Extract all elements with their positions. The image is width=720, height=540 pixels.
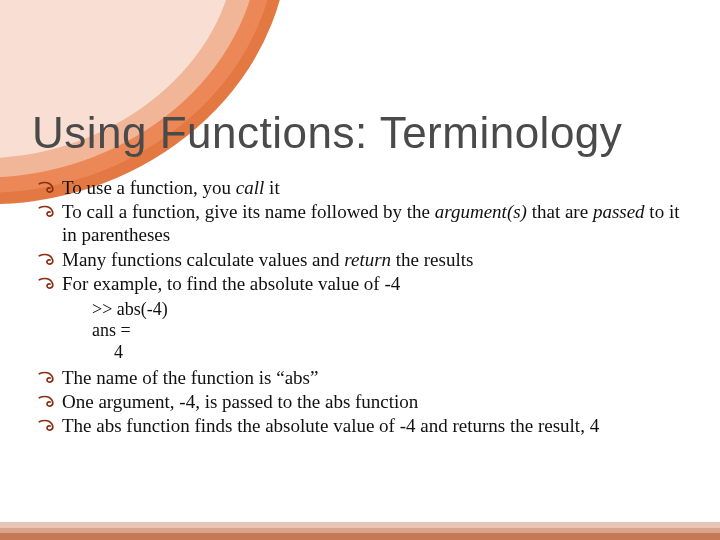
curl-bullet-icon [36, 275, 56, 293]
curl-bullet-icon [36, 203, 56, 221]
slide: Using Functions: Terminology To use a fu… [0, 0, 720, 540]
bullet-text: One argument, -4, is passed to the abs f… [62, 391, 418, 412]
bullet-text: For example, to find the absolute value … [62, 273, 400, 294]
bullet-list-bottom: The name of the function is “abs” One ar… [36, 366, 694, 438]
bullet-text: Many functions calculate values and [62, 249, 344, 270]
code-line: >> abs(-4) [92, 299, 694, 321]
decorative-bottom-border [0, 522, 720, 540]
curl-bullet-icon [36, 179, 56, 197]
bullet-italic: return [344, 249, 391, 270]
bullet-text: The name of the function is “abs” [62, 367, 318, 388]
bullet-text: that are [527, 201, 593, 222]
bullet-text: the results [391, 249, 473, 270]
code-line: ans = [92, 320, 694, 342]
curl-bullet-icon [36, 251, 56, 269]
bullet-italic: argument(s) [435, 201, 527, 222]
list-item: For example, to find the absolute value … [36, 272, 694, 295]
bullet-list-top: To use a function, you call it To call a… [36, 176, 694, 295]
page-title: Using Functions: Terminology [32, 108, 694, 158]
bullet-italic: passed [593, 201, 645, 222]
curl-bullet-icon [36, 417, 56, 435]
list-item: The abs function finds the absolute valu… [36, 414, 694, 437]
bullet-text: it [264, 177, 279, 198]
code-example: >> abs(-4) ans = 4 [92, 299, 694, 364]
list-item: The name of the function is “abs” [36, 366, 694, 389]
list-item: One argument, -4, is passed to the abs f… [36, 390, 694, 413]
bullet-italic: call [236, 177, 265, 198]
bullet-text: To call a function, give its name follow… [62, 201, 435, 222]
curl-bullet-icon [36, 369, 56, 387]
content-area: Using Functions: Terminology To use a fu… [32, 108, 694, 438]
bullet-text: To use a function, you [62, 177, 236, 198]
code-line: 4 [92, 342, 694, 364]
bullet-text: The abs function finds the absolute valu… [62, 415, 599, 436]
list-item: To use a function, you call it [36, 176, 694, 199]
list-item: To call a function, give its name follow… [36, 200, 694, 246]
list-item: Many functions calculate values and retu… [36, 248, 694, 271]
curl-bullet-icon [36, 393, 56, 411]
